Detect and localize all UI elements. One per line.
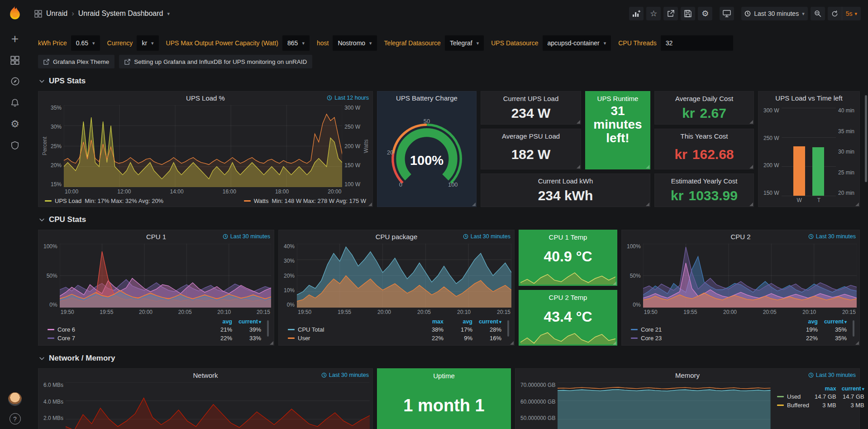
sidebar-add-button[interactable]: + xyxy=(0,28,30,49)
sidebar-dashboards-button[interactable] xyxy=(0,49,30,71)
legend-col-avg[interactable]: avg xyxy=(206,318,235,325)
panel-title[interactable]: Average PSU Load xyxy=(481,129,581,140)
ups-load-vs-time-chart[interactable]: 300 W250 W200 W150 WWT40 min35 min30 min… xyxy=(761,105,857,205)
help-button[interactable]: ? xyxy=(10,413,21,424)
legend-row[interactable]: User22%9%16% xyxy=(285,334,504,342)
variable-dropdown[interactable]: 865▾ xyxy=(282,35,310,51)
breadcrumb[interactable]: Unraid › Unraid System Dashboard ▾ xyxy=(34,9,170,18)
bar-w[interactable] xyxy=(793,146,805,196)
panel-title[interactable]: Uptime xyxy=(377,369,510,380)
section-network-memory[interactable]: Network / Memory xyxy=(39,354,860,363)
panel-network: Network Last 30 minutes 6.0 MBs4.0 MBs2.… xyxy=(38,368,373,429)
panel-title[interactable]: UPS Battery Charge xyxy=(377,92,476,104)
y-axis-tick: 30 min xyxy=(838,149,854,154)
add-panel-button[interactable] xyxy=(629,7,644,20)
sidebar-server-admin-button[interactable] xyxy=(0,135,30,156)
panel-title[interactable]: This Years Cost xyxy=(655,129,754,140)
legend-col-max[interactable]: max xyxy=(812,385,839,392)
panel-title[interactable]: Current Load kWh xyxy=(481,174,650,185)
legend-col-current[interactable]: current▾ xyxy=(839,385,867,392)
legend-col-max[interactable]: max xyxy=(417,318,446,325)
legend-row[interactable]: Core 2322%35% xyxy=(628,334,849,342)
legend-scrollbar-thumb[interactable] xyxy=(267,320,269,337)
series-color-dash xyxy=(48,329,54,330)
y-axis-tick: 40% xyxy=(284,244,295,249)
zoom-out-button[interactable] xyxy=(811,7,825,20)
star-button[interactable]: ☆ xyxy=(646,7,661,20)
page-scrollbar-thumb[interactable] xyxy=(865,95,867,182)
cpu2-chart-plot[interactable]: 100%50%0%19:5019:5520:0020:0520:1020:15 xyxy=(625,244,857,317)
legend-row[interactable]: Buffered3 MB3 MB xyxy=(774,401,867,410)
series-stats: Min: 148 W Max: 278 W Avg: 175 W xyxy=(272,198,366,204)
legend-scrollbar-thumb[interactable] xyxy=(507,320,509,337)
panel-title[interactable]: CPU 1 Temp xyxy=(519,230,617,241)
series-name[interactable]: Used xyxy=(787,393,801,400)
variable-dropdown[interactable]: Nostromo▾ xyxy=(333,35,377,51)
panel-title[interactable]: UPS Runtime xyxy=(586,92,650,102)
y-axis-tick: 300 W xyxy=(344,105,360,111)
cpu1-chart-plot[interactable]: 100%50%0%19:5019:5520:0020:0520:1020:15 xyxy=(41,244,271,317)
dashboard-title[interactable]: Unraid System Dashboard xyxy=(78,10,163,18)
legend-col-avg[interactable]: avg xyxy=(792,318,820,325)
series-name[interactable]: UPS Load xyxy=(55,198,81,204)
section-cpu-stats[interactable]: CPU Stats xyxy=(39,215,860,224)
panel-time-badge: Last 30 minutes xyxy=(808,233,856,240)
variable-dropdown[interactable]: kr▾ xyxy=(137,35,158,51)
series-name[interactable]: Core 7 xyxy=(57,335,75,342)
y-axis-tick: 6.0 MBs xyxy=(43,382,63,388)
legend-item-ups-load[interactable]: UPS LoadMin: 17% Max: 32% Avg: 20% xyxy=(45,198,163,204)
series-name[interactable]: Core 6 xyxy=(57,326,75,333)
ups-load-chart-plot[interactable]: Percent35%30%25%20%15%10:0012:0014:0016:… xyxy=(41,105,370,196)
series-name[interactable]: Core 21 xyxy=(641,326,662,333)
legend-col-current[interactable]: current▾ xyxy=(475,318,504,325)
section-ups-stats[interactable]: UPS Stats xyxy=(39,77,860,86)
panel-title[interactable]: CPU 2 Temp xyxy=(519,290,617,301)
panel-title[interactable]: UPS Load vs Time left xyxy=(758,92,859,104)
sidebar-explore-button[interactable] xyxy=(0,71,30,92)
share-button[interactable] xyxy=(663,7,678,20)
panel-title[interactable]: Average Daily Cost xyxy=(655,92,754,102)
grafana-logo[interactable] xyxy=(7,5,23,22)
cycle-view-button[interactable] xyxy=(720,7,734,20)
y-axis-tick: 20% xyxy=(284,273,295,279)
legend-item-watts[interactable]: WattsMin: 148 W Max: 278 W Avg: 175 W xyxy=(244,198,366,204)
variable-dropdown[interactable]: Telegraf▾ xyxy=(445,35,484,51)
bar-t[interactable] xyxy=(812,147,824,196)
cpu-temps-group: CPU 1 Temp 40.9 °C CPU 2 Temp 43.4 °C xyxy=(519,230,617,346)
legend-col-avg[interactable]: avg xyxy=(446,318,475,325)
y-axis-tick: 70.000000 GB xyxy=(520,382,555,388)
series-name[interactable]: User xyxy=(298,335,310,342)
memory-chart-plot[interactable]: 70.000000 GB60.000000 GB50.000000 GB40.0… xyxy=(518,382,771,429)
legend-row[interactable]: Used14.7 GB14.7 GB xyxy=(774,392,867,401)
network-chart-plot[interactable]: 6.0 MBs4.0 MBs2.0 MBs0 MBs xyxy=(41,382,370,429)
dashboard-link[interactable]: Grafana Plex Theme xyxy=(38,55,114,68)
panel-title[interactable]: UPS Load % xyxy=(38,92,372,104)
legend-scrollbar-thumb[interactable] xyxy=(853,320,854,337)
variable-input[interactable] xyxy=(661,35,733,51)
panel-title[interactable]: Estimated Yearly Cost xyxy=(655,174,754,185)
variable-dropdown[interactable]: apcupsd-container▾ xyxy=(543,35,611,51)
dashboard-settings-button[interactable]: ⚙ xyxy=(698,7,712,20)
panel-title[interactable]: Current UPS Load xyxy=(481,92,581,102)
cpu-package-chart-plot[interactable]: 40%30%20%10%0%19:5019:5520:0020:0520:102… xyxy=(281,244,511,317)
dashboard-link[interactable]: Setting up Grafana and InfluxDB for UPS … xyxy=(119,55,312,68)
time-range-picker[interactable]: Last 30 minutes ▾ xyxy=(741,7,807,20)
user-avatar[interactable] xyxy=(8,392,22,406)
legend-row[interactable]: Core 722%33% xyxy=(45,334,264,342)
legend-row[interactable]: Core 2119%35% xyxy=(628,325,849,334)
save-button[interactable] xyxy=(681,7,695,20)
series-name[interactable]: Watts xyxy=(254,198,269,204)
series-name[interactable]: Buffered xyxy=(787,402,809,409)
sidebar-alerting-button[interactable] xyxy=(0,92,30,113)
refresh-interval-dropdown[interactable]: 5s ▾ xyxy=(842,7,861,20)
variable-dropdown[interactable]: 0.65▾ xyxy=(71,35,100,51)
legend-col-current[interactable]: current▾ xyxy=(820,318,849,325)
series-name[interactable]: Core 23 xyxy=(641,335,662,342)
legend-row[interactable]: CPU Total38%17%28% xyxy=(285,325,504,334)
series-name[interactable]: CPU Total xyxy=(298,326,324,333)
legend-row[interactable]: Core 621%39% xyxy=(45,325,264,334)
refresh-button[interactable] xyxy=(828,7,842,20)
legend-col-current[interactable]: current▾ xyxy=(235,318,264,325)
breadcrumb-folder[interactable]: Unraid xyxy=(46,10,67,18)
sidebar-configuration-button[interactable]: ⚙ xyxy=(0,113,30,135)
